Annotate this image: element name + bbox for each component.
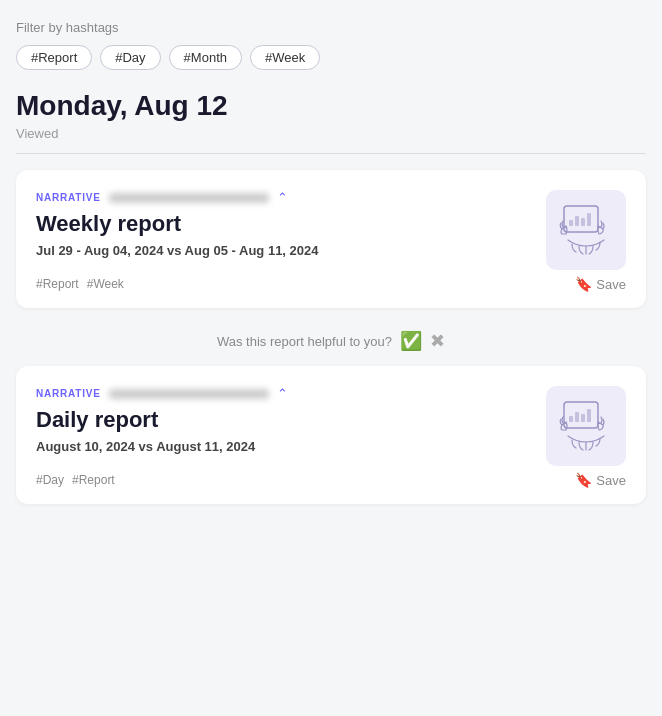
- caret-icon-daily[interactable]: ⌃: [277, 386, 288, 401]
- svg-rect-2: [575, 216, 579, 226]
- weekly-report-title[interactable]: Weekly report: [36, 211, 530, 237]
- daily-date-range: August 10, 2024 vs August 11, 2024: [36, 439, 530, 454]
- bookmark-icon-daily: 🔖: [575, 472, 592, 488]
- svg-rect-6: [569, 416, 573, 422]
- filter-section: Filter by hashtags #Report #Day #Month #…: [16, 20, 646, 70]
- tablet-illustration-weekly: [554, 198, 618, 262]
- weekly-save-label: Save: [596, 277, 626, 292]
- hashtag-list: #Report #Day #Month #Week: [16, 45, 646, 70]
- narrative-blur-weekly: [109, 193, 269, 203]
- hashtag-report[interactable]: #Report: [16, 45, 92, 70]
- helpful-bar: Was this report helpful to you? ✅ ✖: [16, 320, 646, 366]
- daily-save-button[interactable]: 🔖 Save: [575, 472, 626, 488]
- weekly-tag-week[interactable]: #Week: [87, 277, 124, 291]
- narrative-badge-weekly: NARRATIVE: [36, 192, 101, 203]
- svg-rect-7: [575, 412, 579, 422]
- bookmark-icon-weekly: 🔖: [575, 276, 592, 292]
- daily-tag-day[interactable]: #Day: [36, 473, 64, 487]
- daily-report-title[interactable]: Daily report: [36, 407, 530, 433]
- filter-label: Filter by hashtags: [16, 20, 646, 35]
- helpful-no-icon[interactable]: ✖: [430, 330, 445, 352]
- card-content-daily: NARRATIVE ⌃ Daily report August 10, 2024…: [36, 386, 546, 468]
- viewed-label: Viewed: [16, 126, 646, 141]
- svg-rect-4: [587, 213, 591, 226]
- svg-rect-1: [569, 220, 573, 226]
- daily-save-label: Save: [596, 473, 626, 488]
- narrative-blur-daily: [109, 389, 269, 399]
- report-card-weekly: NARRATIVE ⌃ Weekly report Jul 29 - Aug 0…: [16, 170, 646, 308]
- hashtag-month[interactable]: #Month: [169, 45, 242, 70]
- card-top-daily: NARRATIVE ⌃ Daily report August 10, 2024…: [36, 386, 626, 468]
- narrative-badge-daily: NARRATIVE: [36, 388, 101, 399]
- narrative-row-weekly: NARRATIVE ⌃: [36, 190, 530, 205]
- weekly-date-range: Jul 29 - Aug 04, 2024 vs Aug 05 - Aug 11…: [36, 243, 530, 258]
- weekly-tag-report[interactable]: #Report: [36, 277, 79, 291]
- weekly-thumbnail: [546, 190, 626, 270]
- helpful-yes-icon[interactable]: ✅: [400, 330, 422, 352]
- daily-tags: #Day #Report: [36, 473, 115, 487]
- card-top-weekly: NARRATIVE ⌃ Weekly report Jul 29 - Aug 0…: [36, 190, 626, 272]
- daily-thumbnail: [546, 386, 626, 466]
- narrative-row-daily: NARRATIVE ⌃: [36, 386, 530, 401]
- daily-tag-report[interactable]: #Report: [72, 473, 115, 487]
- caret-icon-weekly[interactable]: ⌃: [277, 190, 288, 205]
- card-footer-weekly: #Report #Week 🔖 Save: [36, 276, 626, 292]
- card-footer-daily: #Day #Report 🔖 Save: [36, 472, 626, 488]
- hashtag-week[interactable]: #Week: [250, 45, 320, 70]
- section-divider: [16, 153, 646, 154]
- helpful-text: Was this report helpful to you?: [217, 334, 392, 349]
- svg-rect-3: [581, 218, 585, 226]
- hashtag-day[interactable]: #Day: [100, 45, 160, 70]
- tablet-illustration-daily: [554, 394, 618, 458]
- card-content-weekly: NARRATIVE ⌃ Weekly report Jul 29 - Aug 0…: [36, 190, 546, 272]
- date-heading: Monday, Aug 12: [16, 90, 646, 122]
- weekly-save-button[interactable]: 🔖 Save: [575, 276, 626, 292]
- svg-rect-9: [587, 409, 591, 422]
- svg-rect-8: [581, 414, 585, 422]
- weekly-tags: #Report #Week: [36, 277, 124, 291]
- report-card-daily: NARRATIVE ⌃ Daily report August 10, 2024…: [16, 366, 646, 504]
